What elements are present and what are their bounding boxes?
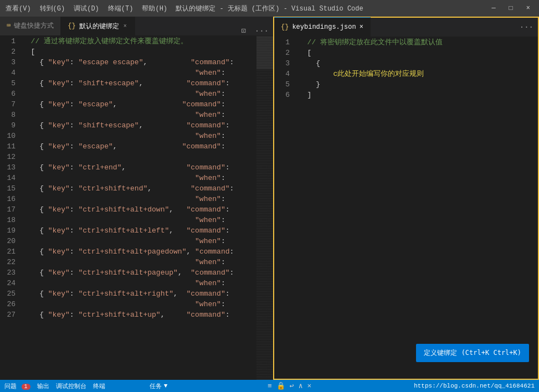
code-line-11: { "key": "escape", "command": [22, 141, 254, 152]
default-keybindings-tab-icon: {} [68, 22, 75, 30]
code-line-18: "when": [22, 215, 254, 225]
code-line-4: "when": [22, 68, 254, 78]
close-button[interactable]: × [523, 3, 533, 13]
code-line-3: { "key": "escape escape", "command": [22, 57, 254, 68]
right-code-line-6: ] [299, 90, 533, 100]
debug-console-tab[interactable]: 调试控制台 [56, 382, 86, 390]
right-line-numbers: 1 2 3 4 5 6 [274, 37, 294, 379]
task-dropdown-icon[interactable]: ▼ [164, 383, 168, 389]
keybindings-json-tab-icon: {} [281, 23, 289, 31]
output-tab[interactable]: 输出 [37, 382, 49, 390]
status-bar-icons: ≡ 🔒 ↩ ∧ × [268, 381, 311, 390]
define-keybinding-button[interactable]: 定义键绑定 (Ctrl+K Ctrl+K) [416, 344, 529, 362]
code-line-2: [ [22, 47, 254, 57]
code-line-8: "when": [22, 110, 254, 120]
code-line-6: "when": [22, 89, 254, 99]
menu-terminal[interactable]: 终端(T) [108, 4, 134, 13]
code-line-23: { "key": "ctrl+shift+alt+pageup", "comma… [22, 267, 254, 278]
code-line-15: { "key": "ctrl+shift+end", "command": [22, 183, 254, 194]
right-code-content[interactable]: // 将密钥绑定放在此文件中以覆盖默认值 [ { c此处开始编写你的对应规则 }… [294, 37, 538, 379]
right-code-line-2: [ [299, 48, 533, 58]
code-line-14: "when": [22, 173, 254, 183]
right-editor-pane: {} keybindings.json × ··· 1 2 3 4 5 6 //… [273, 17, 539, 380]
code-line-26: "when": [22, 299, 254, 310]
status-icon-chevron-up[interactable]: ∧ [299, 381, 303, 390]
title-bar: 查看(V) 转到(G) 调试(D) 终端(T) 帮助(H) 默认的键绑定 - 无… [0, 0, 539, 17]
right-tab-bar: {} keybindings.json × ··· [274, 18, 538, 37]
status-bar: 问题 1 输出 调试控制台 终端 任务 ▼ ≡ 🔒 ↩ ∧ × https://… [0, 380, 539, 392]
keyboard-shortcuts-tab-icon: ⌨ [7, 22, 11, 30]
minimap-content [256, 36, 273, 380]
menu-goto[interactable]: 转到(G) [40, 4, 65, 13]
default-keybindings-tab-label: 默认的键绑定 [79, 22, 119, 31]
status-bar-left: 问题 1 输出 调试控制台 终端 [4, 382, 105, 390]
tab-keybindings-json[interactable]: {} keybindings.json × [274, 17, 371, 37]
code-line-19: { "key": "ctrl+shift+alt+left", "command… [22, 225, 254, 236]
window-title: 默认的键绑定 - 无标题 (工作区) - Visual Studio Code [176, 4, 363, 13]
keybindings-json-tab-label: keybindings.json [292, 23, 356, 31]
menu-view[interactable]: 查看(V) [6, 4, 31, 13]
menu-debug[interactable]: 调试(D) [74, 4, 99, 13]
right-more-tabs-button[interactable]: ··· [515, 17, 538, 37]
code-line-17: { "key": "ctrl+shift+alt+down", "command… [22, 204, 254, 215]
code-line-25: { "key": "ctrl+shift+alt+right", "comman… [22, 288, 254, 299]
right-code-line-4: c此处开始编写你的对应规则 [299, 69, 533, 79]
menu-help[interactable]: 帮助(H) [142, 4, 167, 13]
code-line-5: { "key": "shift+escape", "command": [22, 78, 254, 89]
code-line-16: "when": [22, 194, 254, 204]
status-bar-center: 任务 ▼ [150, 382, 168, 390]
code-line-1: // 通过将键绑定放入键绑定文件来覆盖键绑定。 [22, 36, 254, 47]
code-line-7: { "key": "escape", "command": [22, 99, 254, 110]
tab-keyboard-shortcuts[interactable]: ⌨ 键盘快捷方式 [0, 17, 61, 35]
code-line-13: { "key": "ctrl+end", "command": [22, 162, 254, 173]
task-label: 任务 [150, 382, 162, 390]
keyboard-shortcuts-tab-label: 键盘快捷方式 [14, 21, 54, 30]
code-line-21: { "key": "ctrl+shift+alt+pagedown", "com… [22, 246, 254, 257]
status-icon-refresh[interactable]: ↩ [290, 381, 294, 390]
tab-default-keybindings[interactable]: {} 默认的键绑定 × [61, 17, 135, 35]
minimap-viewport [256, 36, 273, 69]
code-line-9: { "key": "shift+escape", "command": [22, 120, 254, 131]
code-line-24: "when": [22, 278, 254, 288]
code-line-22: "when": [22, 257, 254, 267]
maximize-button[interactable]: □ [506, 3, 516, 13]
minimize-button[interactable]: — [488, 3, 499, 13]
status-icon-close[interactable]: × [307, 382, 312, 390]
code-line-20: "when": [22, 236, 254, 246]
left-editor-pane: ⌨ 键盘快捷方式 {} 默认的键绑定 × ⊡ ··· 1 2 3 4 5 6 7… [0, 17, 273, 380]
right-code-line-1: // 将密钥绑定放在此文件中以覆盖默认值 [299, 37, 533, 48]
problems-badge: 1 [22, 384, 30, 390]
left-code-content[interactable]: // 通过将键绑定放入键绑定文件来覆盖键绑定。 [ { "key": "esca… [20, 36, 256, 380]
left-tab-bar: ⌨ 键盘快捷方式 {} 默认的键绑定 × ⊡ ··· [0, 17, 273, 36]
right-code-line-5: } [299, 79, 533, 90]
more-tabs-button[interactable]: ··· [250, 27, 273, 35]
right-code-line-3: { [299, 58, 533, 69]
status-bar-url: https://blog.csdn.net/qq_41684621 [414, 383, 535, 389]
left-code-area[interactable]: 1 2 3 4 5 6 7 8 9 10 11 12 13 14 15 16 1… [0, 36, 273, 380]
left-line-numbers: 1 2 3 4 5 6 7 8 9 10 11 12 13 14 15 16 1… [0, 36, 20, 380]
terminal-tab[interactable]: 终端 [93, 382, 105, 390]
menu-bar[interactable]: 查看(V) 转到(G) 调试(D) 终端(T) 帮助(H) [6, 4, 167, 13]
status-icon-list[interactable]: ≡ [268, 382, 272, 390]
status-icon-lock[interactable]: 🔒 [276, 381, 285, 390]
minimap[interactable] [256, 36, 273, 380]
keybindings-json-close-icon[interactable]: × [360, 23, 363, 31]
code-line-27: { "key": "ctrl+shift+alt+up", "command": [22, 310, 254, 320]
problems-label: 问题 [4, 383, 17, 390]
code-line-12 [22, 152, 254, 162]
split-editor-button[interactable]: ⊡ [237, 26, 250, 35]
problems-tab[interactable]: 问题 1 [4, 382, 30, 390]
default-keybindings-close-icon[interactable]: × [122, 23, 128, 30]
main-area: ⌨ 键盘快捷方式 {} 默认的键绑定 × ⊡ ··· 1 2 3 4 5 6 7… [0, 17, 539, 380]
code-line-10: "when": [22, 131, 254, 141]
window-controls[interactable]: — □ × [488, 3, 533, 13]
right-code-area[interactable]: 1 2 3 4 5 6 // 将密钥绑定放在此文件中以覆盖默认值 [ { c此处… [274, 37, 538, 379]
